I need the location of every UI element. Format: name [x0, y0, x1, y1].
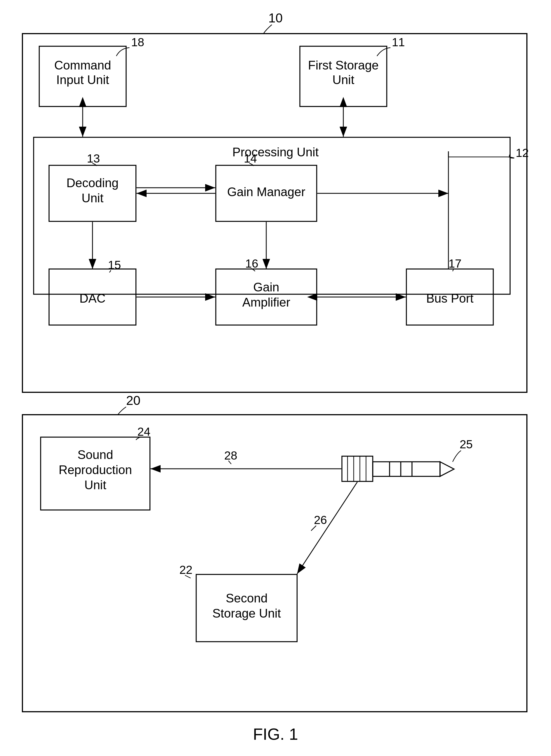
fig-label: FIG. 1 — [253, 725, 298, 743]
ref-22-text: 22 — [179, 563, 192, 576]
ref-18-text: 18 — [131, 36, 144, 49]
ref-25-leader — [453, 451, 461, 462]
jack-body — [342, 456, 373, 482]
sound-repro-line1: Sound — [77, 448, 113, 462]
ref-18-leader — [116, 48, 129, 56]
dac-label: DAC — [80, 291, 106, 305]
first-storage-line1: First Storage — [308, 58, 379, 72]
ref-28-text: 28 — [224, 449, 237, 462]
decoding-line2: Unit — [82, 191, 103, 205]
ref-12-path — [448, 151, 514, 158]
ref-26-text: 26 — [314, 513, 327, 527]
sound-repro-line2: Reproduction — [59, 463, 132, 477]
command-input-line1: Command — [54, 58, 111, 72]
ref-26-leader — [311, 526, 316, 531]
decoding-line1: Decoding — [66, 176, 118, 190]
arrow-jack-to-second-storage — [297, 482, 357, 574]
ref-16-text: 16 — [245, 257, 258, 270]
sound-repro-line3: Unit — [84, 478, 106, 492]
diagram1-border — [22, 34, 527, 392]
processing-unit-box — [34, 137, 510, 294]
ref-11-text: 11 — [392, 36, 405, 49]
ref-10-leader — [263, 25, 272, 34]
ref-13-text: 13 — [87, 152, 100, 165]
ref-11-leader — [377, 48, 391, 56]
main-diagram-svg: 10 Command Input Unit 18 First Storage U… — [0, 0, 551, 756]
ref-24-text: 24 — [137, 425, 150, 438]
ref-14-text: 14 — [244, 152, 257, 165]
jack-tip — [440, 462, 454, 476]
ref-20-text: 20 — [126, 393, 140, 408]
ref-10-text: 10 — [268, 11, 283, 25]
gain-amp-line1: Gain — [253, 280, 280, 294]
bus-port-label: Bus Port — [426, 291, 474, 305]
ref-12-text: 12 — [516, 146, 529, 159]
ref-25-text: 25 — [460, 438, 473, 451]
gain-manager-label: Gain Manager — [227, 185, 306, 199]
command-input-line2: Input Unit — [56, 73, 109, 87]
first-storage-line2: Unit — [333, 73, 354, 87]
second-storage-line2: Storage Unit — [212, 606, 281, 620]
ref-17-text: 17 — [448, 257, 462, 270]
jack-shaft — [373, 462, 440, 476]
ref-15-text: 15 — [108, 258, 121, 271]
second-storage-line1: Second — [225, 591, 267, 605]
gain-amp-line2: Amplifier — [242, 295, 290, 309]
ref-20-leader — [118, 407, 126, 415]
